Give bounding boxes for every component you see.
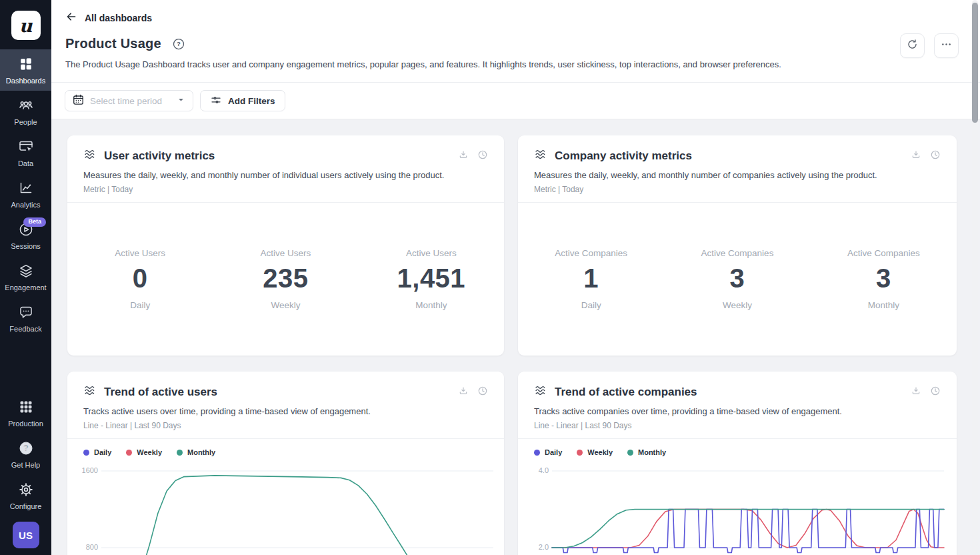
metric-value: 3 (811, 263, 957, 294)
people-icon (18, 97, 34, 115)
clock-icon[interactable] (930, 386, 941, 399)
download-icon[interactable] (458, 386, 469, 399)
layers-icon (18, 263, 34, 280)
card-description: Measures the daily, weekly, and monthly … (83, 170, 488, 180)
trend-users-chart[interactable]: 1600800 (67, 462, 504, 555)
sidebar-item-production[interactable]: Production (0, 392, 51, 434)
metric-period: Daily (67, 300, 213, 310)
download-icon[interactable] (458, 149, 469, 163)
metric-weekly: Active Companies 3 Weekly (664, 248, 810, 310)
card-description: Tracks active companies over time, provi… (534, 406, 941, 416)
chat-bubble-icon (18, 304, 34, 322)
metric-label: Active Users (359, 248, 504, 258)
metric-period: Monthly (359, 300, 504, 310)
sidebar-item-dashboards[interactable]: Dashboards (0, 49, 51, 91)
help-icon[interactable]: ? (172, 37, 185, 51)
metric-period: Monthly (811, 300, 957, 310)
metric-weekly: Active Users 235 Weekly (213, 248, 358, 310)
metric-period: Daily (518, 300, 664, 310)
legend-item-weekly[interactable]: Weekly (126, 448, 162, 456)
wave-chart-icon (83, 147, 97, 164)
sidebar-item-engagement[interactable]: Engagement (0, 256, 51, 298)
sidebar-item-data[interactable]: Data (0, 132, 51, 173)
filter-toolbar: Select time period Add Filters (51, 83, 980, 119)
legend-item-weekly[interactable]: Weekly (577, 448, 613, 456)
sidebar-item-feedback[interactable]: Feedback (0, 298, 51, 339)
card-title: Company activity metrics (555, 149, 692, 163)
legend-item-daily[interactable]: Daily (83, 448, 111, 456)
page-title: Product Usage (65, 36, 161, 51)
sidebar-item-sessions[interactable]: Beta Sessions (0, 215, 51, 256)
add-filters-label: Add Filters (228, 96, 275, 106)
card-meta: Line - Linear | Last 90 Days (83, 421, 488, 430)
back-link[interactable]: All dashboards (65, 11, 957, 25)
analytics-chart-icon (18, 180, 34, 197)
clock-icon[interactable] (477, 386, 488, 399)
card-title: Trend of active companies (555, 386, 697, 399)
refresh-icon (906, 38, 919, 53)
sidebar-item-analytics[interactable]: Analytics (0, 173, 51, 215)
legend-label: Weekly (137, 448, 162, 456)
metric-label: Active Companies (664, 248, 810, 258)
legend-dot-daily (83, 450, 89, 456)
app-window: u Dashboards People (0, 0, 980, 555)
scrollbar-thumb[interactable] (972, 3, 978, 123)
legend-dot-weekly (577, 450, 583, 456)
metric-value: 235 (213, 263, 358, 294)
metric-daily: Active Users 0 Daily (67, 248, 213, 310)
time-period-placeholder: Select time period (90, 96, 171, 106)
sidebar-item-label: Get Help (11, 461, 40, 469)
back-label: All dashboards (85, 13, 152, 23)
logo-wrap: u (0, 0, 51, 49)
metric-period: Weekly (664, 300, 810, 310)
more-options-button[interactable] (934, 33, 959, 58)
card-trend-active-companies: Trend of active companies (518, 372, 957, 555)
legend-item-daily[interactable]: Daily (534, 448, 562, 456)
metric-monthly: Active Companies 3 Monthly (811, 248, 957, 310)
metric-label: Active Companies (811, 248, 957, 258)
download-icon[interactable] (911, 149, 921, 163)
sidebar-item-label: Dashboards (6, 77, 45, 85)
legend-item-monthly[interactable]: Monthly (627, 448, 666, 456)
legend-item-monthly[interactable]: Monthly (177, 448, 215, 456)
card-company-activity-metrics: Company activity metrics (518, 135, 957, 356)
svg-text:?: ? (177, 40, 181, 47)
download-icon[interactable] (911, 386, 921, 399)
question-circle-icon: ? (18, 440, 34, 458)
sliders-icon (210, 94, 222, 108)
line-chart-canvas (101, 462, 493, 555)
y-axis-label: 800 (67, 543, 98, 551)
card-trend-active-users: Trend of active users (67, 372, 504, 555)
sidebar-item-people[interactable]: People (0, 91, 51, 132)
clock-icon[interactable] (477, 149, 488, 163)
calendar-icon (72, 93, 85, 109)
grid-dots-icon (18, 399, 34, 416)
clock-icon[interactable] (930, 149, 941, 163)
metric-label: Active Users (213, 248, 358, 258)
sidebar-item-label: Configure (10, 502, 42, 510)
card-user-activity-metrics: User activity metrics (67, 135, 504, 356)
chart-legend: Daily Weekly Monthly (67, 439, 504, 456)
userpilot-logo[interactable]: u (11, 11, 41, 40)
sidebar-item-configure[interactable]: Configure (0, 475, 51, 516)
y-axis-label: 4.0 (518, 466, 549, 474)
sidebar-item-label: Engagement (5, 284, 46, 292)
chevron-down-icon (176, 95, 186, 107)
wave-chart-icon (83, 384, 97, 400)
add-filters-button[interactable]: Add Filters (200, 90, 285, 111)
card-title: Trend of active users (104, 386, 217, 399)
metric-value: 3 (664, 263, 810, 294)
sidebar-bottom: Production ? Get Help C (0, 392, 51, 555)
sidebar-item-label: Sessions (11, 242, 41, 250)
line-chart-canvas (552, 462, 944, 555)
metric-label: Active Users (67, 248, 213, 258)
chart-legend: Daily Weekly Monthly (518, 439, 957, 456)
trend-companies-chart[interactable]: 4.02.0 (518, 462, 957, 555)
refresh-button[interactable] (900, 33, 925, 58)
sidebar-item-get-help[interactable]: ? Get Help (0, 434, 51, 475)
time-period-select[interactable]: Select time period (65, 90, 193, 111)
wave-chart-icon (534, 147, 548, 164)
back-arrow-icon (65, 11, 77, 25)
card-description: Measures the daily, weekly, and monthly … (534, 170, 941, 180)
user-avatar[interactable]: US (13, 522, 39, 548)
